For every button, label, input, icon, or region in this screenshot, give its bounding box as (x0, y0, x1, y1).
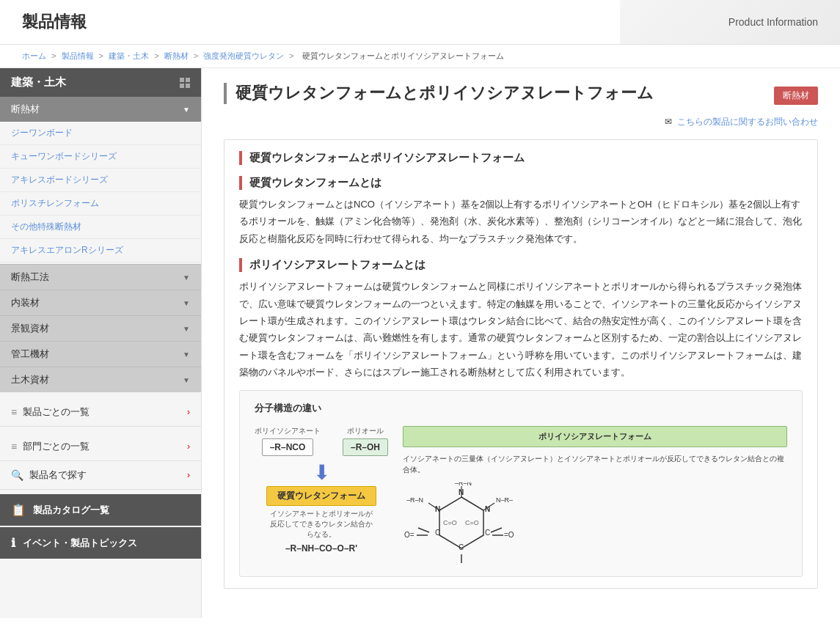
svg-text:O=: O= (404, 531, 414, 539)
molecule-section-title: 分子構造の違い (255, 402, 787, 415)
mol-result-box: 硬質ウレタンフォーム (266, 486, 376, 506)
chevron-down-icon: ▼ (183, 106, 190, 114)
svg-text:–R–N: –R–N (455, 482, 472, 487)
breadcrumb-product-info[interactable]: 製品情報 (62, 51, 94, 60)
chem-svg-area: N N N C C C =O (403, 482, 787, 565)
section-box-title: 硬質ウレタンフォームとポリイソシアヌレートフォーム (239, 151, 803, 165)
sidebar-item-g1board[interactable]: ジーワンボード (0, 122, 201, 145)
sidebar-item-q1board[interactable]: キューワンボードシリーズ (0, 145, 201, 169)
molecule-diagram: ポリイソシアネート –R–NCO ポリオール –R–OH ⬇ 硬質ウレタンフォー… (255, 426, 787, 565)
chemical-structure-svg: N N N C C C =O (403, 482, 549, 563)
sidebar-link-products[interactable]: ≡ 製品ごとの一覧 › (0, 398, 201, 427)
mol-formula-nco: –R–NCO (262, 438, 314, 456)
sidebar-link-divisions-label: 部門ごとの一覧 (23, 440, 90, 453)
mol-right-desc: イソシアネートの三量体（イソシアヌレート）とイソシアネートとポリオールが反応して… (403, 453, 787, 475)
arrow-right-icon-2: › (187, 441, 190, 452)
mol-label-nco: ポリイソシアネート (255, 426, 321, 436)
sidebar-section-landscape[interactable]: 景観資材 ▼ (0, 315, 201, 341)
sidebar-btn-events[interactable]: ℹ イベント・製品トピックス (0, 527, 201, 559)
svg-text:–R–N: –R–N (406, 496, 423, 504)
sidebar-item-polystyrene[interactable]: ポリスチレンフォーム (0, 192, 201, 216)
chevron-down-icon-4: ▼ (183, 325, 190, 333)
sidebar: 建築・土木 断熱材 ▼ ジーワンボード キューワンボードシリーズ アキレスボード… (0, 68, 202, 618)
mol-formula-bottom: –R–NH–CO–O–R' (285, 543, 357, 554)
paragraph1: 硬質ウレタンフォームとはNCO（イソシアネート）基を2個以上有するポリイソシアネ… (239, 196, 803, 247)
content-area: 硬質ウレタンフォームとポリイソシアヌレートフォーム 断熱材 ✉ こちらの製品に関… (202, 68, 840, 618)
main-layout: 建築・土木 断熱材 ▼ ジーワンボード キューワンボードシリーズ アキレスボード… (0, 68, 840, 618)
svg-line-7 (491, 528, 502, 532)
breadcrumb-architecture[interactable]: 建築・土木 (109, 51, 149, 60)
svg-text:N–R–: N–R– (496, 496, 513, 504)
molecule-right: ポリイソシアヌレートフォーム イソシアネートの三量体（イソシアヌレート）とイソシ… (403, 426, 787, 565)
site-logo: 製品情報 (22, 11, 87, 33)
header: 製品情報 Product Information (0, 0, 840, 45)
contact-link[interactable]: こちらの製品に関するお問い合わせ (677, 117, 818, 127)
svg-text:C: C (435, 529, 440, 537)
mol-box-nco: ポリイソシアネート –R–NCO (255, 426, 321, 456)
sidebar-interior-label: 内装材 (11, 296, 40, 309)
svg-text:=O: =O (504, 531, 514, 539)
sidebar-item-achilles-board[interactable]: アキレスボードシリーズ (0, 169, 201, 192)
mol-label-oh: ポリオール (347, 426, 384, 436)
arrow-down-icon: ⬇ (313, 463, 330, 483)
sidebar-item-achilles-aeron[interactable]: アキレスエアロンRシリーズ (0, 239, 201, 262)
mol-right-title: ポリイソシアヌレートフォーム (403, 426, 787, 447)
molecule-section: 分子構造の違い ポリイソシアネート –R–NCO ポリオール –R–OH (239, 390, 803, 577)
subsection2-title: ポリイソシアヌレートフォームとは (239, 258, 803, 272)
grid-icon (180, 78, 190, 88)
mail-icon: ✉ (665, 117, 672, 127)
svg-text:C=O: C=O (443, 519, 457, 526)
list-icon-1: ≡ (11, 406, 17, 418)
sidebar-btn-events-label: イベント・製品トピックス (23, 537, 137, 550)
sidebar-search[interactable]: 🔍 製品名で探す › (0, 461, 201, 490)
info-icon: ℹ (11, 536, 15, 550)
sidebar-link-divisions[interactable]: ≡ 部門ごとの一覧 › (0, 433, 201, 461)
sidebar-link-products-label: 製品ごとの一覧 (23, 405, 90, 419)
page-title: 硬質ウレタンフォームとポリイソシアヌレートフォーム (224, 83, 654, 104)
sidebar-btn-catalog[interactable]: 📋 製品カタログ一覧 (0, 494, 201, 526)
arrow-right-icon-1: › (187, 407, 190, 417)
sidebar-plumbing-label: 管工機材 (11, 348, 49, 361)
sidebar-search-label: 製品名で探す (29, 469, 87, 482)
sidebar-btn-catalog-label: 製品カタログ一覧 (33, 504, 109, 517)
chevron-down-icon-3: ▼ (183, 299, 190, 307)
sidebar-section-interior[interactable]: 内装材 ▼ (0, 290, 201, 315)
sidebar-civil-label: 土木資材 (11, 373, 49, 386)
sidebar-landscape-label: 景観資材 (11, 322, 49, 335)
sidebar-section-insulation[interactable]: 断熱材 ▼ (0, 97, 201, 122)
breadcrumb-current: 硬質ウレタンフォームとポリイソシアヌレートフォーム (302, 51, 504, 60)
contact-row: ✉ こちらの製品に関するお問い合わせ (224, 116, 818, 128)
sidebar-section-koho[interactable]: 断熱工法 ▼ (0, 264, 201, 290)
mol-formula-oh: –R–OH (343, 438, 388, 456)
list-icon-2: ≡ (11, 441, 17, 452)
mol-box-oh: ポリオール –R–OH (343, 426, 388, 456)
sidebar-item-special[interactable]: その他特殊断熱材 (0, 216, 201, 239)
subsection1-title: 硬質ウレタンフォームとは (239, 176, 803, 190)
molecule-left: ポリイソシアネート –R–NCO ポリオール –R–OH ⬇ 硬質ウレタンフォー… (255, 426, 388, 554)
search-icon: 🔍 (11, 469, 23, 481)
catalog-icon: 📋 (11, 503, 26, 517)
arrow-right-icon-3: › (187, 470, 190, 480)
badge-dansetsuzai: 断熱材 (774, 87, 818, 105)
chevron-down-icon-6: ▼ (183, 376, 190, 384)
content-title-row: 硬質ウレタンフォームとポリイソシアヌレートフォーム 断熱材 (224, 83, 818, 105)
svg-text:C: C (485, 529, 490, 537)
svg-line-10 (418, 528, 429, 532)
mol-reactants-row: ポリイソシアネート –R–NCO ポリオール –R–OH (255, 426, 388, 456)
sidebar-section-koho-label: 断熱工法 (11, 271, 49, 284)
svg-text:C=O: C=O (465, 519, 479, 526)
sidebar-section-label: 断熱材 (11, 103, 40, 116)
breadcrumb: ホーム > 製品情報 > 建築・土木 > 断熱材 > 強度発泡硬質ウレタン > … (0, 45, 840, 68)
sidebar-category-header: 建築・土木 (0, 68, 201, 97)
breadcrumb-insulation[interactable]: 断熱材 (164, 51, 189, 60)
breadcrumb-foam[interactable]: 強度発泡硬質ウレタン (203, 51, 284, 60)
mol-result-desc: イソシアネートとポリオールが反応してできるウレタン結合からなる。 (270, 509, 373, 540)
breadcrumb-home[interactable]: ホーム (22, 51, 46, 60)
main-section-box: 硬質ウレタンフォームとポリイソシアヌレートフォーム 硬質ウレタンフォームとは 硬… (224, 139, 818, 589)
sidebar-section-plumbing[interactable]: 管工機材 ▼ (0, 341, 201, 367)
svg-text:C: C (459, 543, 464, 551)
sidebar-category-label: 建築・土木 (11, 76, 66, 89)
paragraph2: ポリイソシアヌレートフォームは硬質ウレタンフォームと同様にポリイソシアネートとポ… (239, 278, 803, 381)
header-product-info: Product Information (728, 16, 818, 28)
sidebar-section-civil[interactable]: 土木資材 ▼ (0, 367, 201, 392)
